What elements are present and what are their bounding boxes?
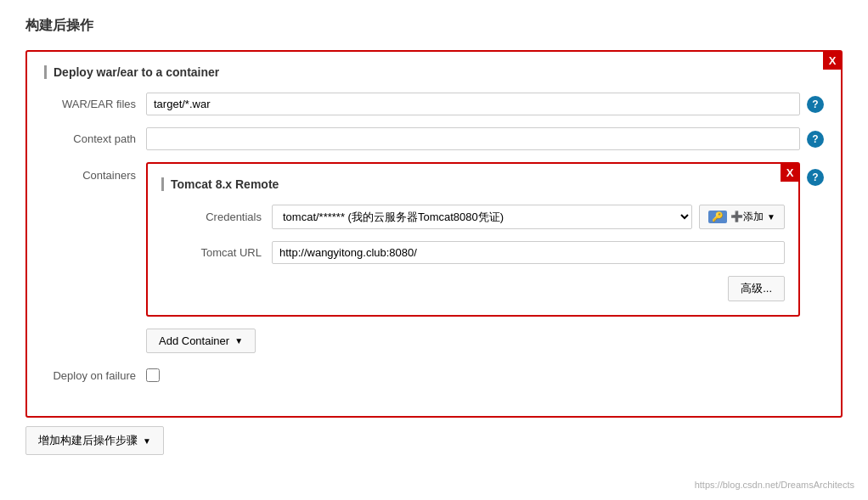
container-close-button[interactable]: X bbox=[781, 163, 799, 182]
page-title: 构建后操作 bbox=[25, 17, 843, 35]
tomcat-url-row: Tomcat URL bbox=[161, 241, 785, 264]
add-container-caret: ▼ bbox=[234, 336, 243, 346]
section-header: Deploy war/ear to a container bbox=[44, 65, 824, 79]
add-step-label: 增加构建后操作步骤 bbox=[38, 433, 138, 448]
context-path-help-icon[interactable]: ? bbox=[807, 131, 824, 148]
container-card: X Tomcat 8.x Remote Credentials tomcat/*… bbox=[146, 162, 800, 317]
add-container-label: Add Container bbox=[159, 334, 229, 347]
context-path-input[interactable] bbox=[146, 127, 800, 150]
key-icon: 🔑 bbox=[708, 211, 727, 223]
tomcat-url-label: Tomcat URL bbox=[161, 246, 272, 259]
advanced-button[interactable]: 高级... bbox=[728, 276, 785, 301]
containers-row: Containers X Tomcat 8.x Remote Credentia… bbox=[44, 162, 824, 353]
add-step-button[interactable]: 增加构建后操作步骤 ▼ bbox=[25, 426, 164, 455]
war-files-row: WAR/EAR files ? bbox=[44, 93, 824, 115]
war-files-label: WAR/EAR files bbox=[44, 98, 146, 110]
section-close-button[interactable]: X bbox=[823, 51, 842, 70]
deploy-on-failure-checkbox[interactable] bbox=[146, 368, 160, 382]
credentials-label: Credentials bbox=[161, 211, 272, 223]
add-credentials-caret: ▼ bbox=[767, 212, 775, 222]
war-files-help-icon[interactable]: ? bbox=[807, 96, 824, 113]
tomcat-url-input[interactable] bbox=[272, 241, 785, 264]
page-container: 构建后操作 X Deploy war/ear to a container WA… bbox=[0, 0, 868, 500]
footer-section: 增加构建后操作步骤 ▼ bbox=[25, 426, 843, 455]
context-path-row: Context path ? bbox=[44, 127, 824, 150]
add-container-button[interactable]: Add Container ▼ bbox=[146, 329, 256, 353]
deploy-on-failure-row: Deploy on failure bbox=[44, 368, 824, 382]
container-title: Tomcat 8.x Remote bbox=[161, 177, 785, 191]
deploy-on-failure-label: Deploy on failure bbox=[44, 369, 146, 382]
credentials-group: tomcat/****** (我的云服务器Tomcat8080凭证) 🔑 ➕添加… bbox=[272, 205, 785, 229]
add-credentials-label: ➕添加 bbox=[730, 210, 764, 224]
credentials-select[interactable]: tomcat/****** (我的云服务器Tomcat8080凭证) bbox=[272, 205, 692, 229]
war-files-input[interactable] bbox=[146, 93, 800, 115]
section-card: X Deploy war/ear to a container WAR/EAR … bbox=[25, 50, 843, 418]
context-path-label: Context path bbox=[44, 132, 146, 145]
credentials-row: Credentials tomcat/****** (我的云服务器Tomcat8… bbox=[161, 205, 785, 229]
watermark: https://blog.csdn.net/DreamsArchitects bbox=[695, 480, 854, 490]
containers-content: X Tomcat 8.x Remote Credentials tomcat/*… bbox=[146, 162, 800, 353]
containers-label: Containers bbox=[44, 162, 146, 182]
add-step-caret: ▼ bbox=[143, 436, 151, 446]
containers-help-icon[interactable]: ? bbox=[807, 169, 824, 186]
add-credentials-button[interactable]: 🔑 ➕添加 ▼ bbox=[699, 205, 785, 229]
